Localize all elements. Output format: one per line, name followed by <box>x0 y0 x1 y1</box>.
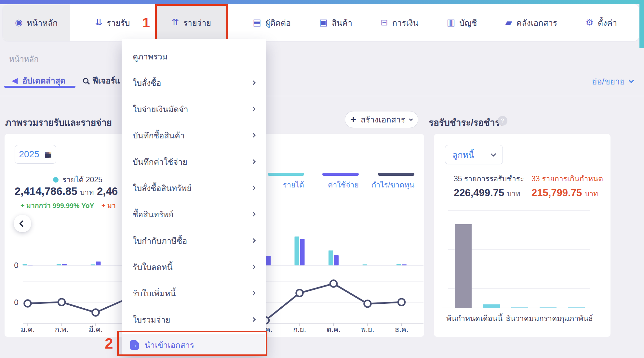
menu-item-label: ใบกำกับภาษีซื้อ <box>133 234 187 247</box>
expense-icon: ⇈ <box>172 18 179 27</box>
tab-features-label: ฟีเจอร์แ <box>92 74 120 87</box>
menu-item-label: ใบจ่ายเงินมัดจำ <box>133 103 188 116</box>
nav-item-5[interactable]: ⊟การเงิน <box>377 4 422 41</box>
menu-item[interactable]: บันทึกค่าใช้จ่าย <box>122 148 266 175</box>
nav-item-label: หน้าหลัก <box>27 16 58 29</box>
receivables-card: ลูกหนี้ 35 รายการรอรับชำระ 226,499.75 บา… <box>434 134 610 337</box>
tab-latest-updates[interactable]: ◀ อัปเดตล่าสุด <box>12 74 65 87</box>
carousel-prev-button[interactable] <box>14 215 31 232</box>
chevron-right-icon <box>251 238 256 243</box>
x-axis-label: ธันวาคม <box>506 314 534 323</box>
menu-item[interactable]: ใบรวมจ่าย <box>122 306 266 333</box>
nav-spacer <box>480 4 502 41</box>
menu-item-label: รับใบลดหนี้ <box>133 261 173 274</box>
line-marker <box>58 299 65 306</box>
nav-item-6[interactable]: ▥บัญชี <box>444 4 480 41</box>
expense-dropdown-menu: ดูภาพรวมใบสั่งซื้อใบจ่ายเงินมัดจำบันทึกซ… <box>122 39 266 356</box>
expense-bar <box>28 265 33 265</box>
x-axis-label: ก.พ. <box>55 325 69 334</box>
nav-item-label: ตั้งค่า <box>598 16 617 29</box>
expense-bar <box>300 239 305 265</box>
receivables-aging-chart: พ้นกำหนดเดือนนี้ธันวาคมมกราคมกุมภาพันธ์ <box>434 134 610 337</box>
tab-latest-updates-label: อัปเดตล่าสุด <box>22 74 65 87</box>
nav-spacer <box>422 4 443 41</box>
line-marker <box>24 300 31 307</box>
x-axis-label: มกราคม <box>534 314 562 323</box>
collapse-expand-label: ย่อ/ขยาย <box>592 75 625 88</box>
x-axis-label: ม.ค. <box>20 325 34 334</box>
nav-spacer <box>228 4 249 41</box>
line-marker <box>92 309 99 316</box>
menu-item-label: บันทึกค่าใช้จ่าย <box>133 155 187 168</box>
contacts-icon: ▤ <box>253 18 261 27</box>
document-storage-icon: ▰ <box>505 18 512 27</box>
expense-bar <box>402 264 407 265</box>
menu-item[interactable]: ดูภาพรวม <box>122 43 266 70</box>
app-window: ◉หน้าหลัก⇊รายรับ⇈รายจ่าย1▤ผู้ติดต่อ▣สินค… <box>0 0 644 358</box>
aging-bar <box>540 307 557 308</box>
nav-item-label: รายจ่าย <box>183 16 211 29</box>
nav-spacer <box>294 4 316 41</box>
x-axis-label: พ.ย. <box>361 325 374 334</box>
nav-item-4[interactable]: ▣สินค้า <box>316 4 356 41</box>
income-bar <box>91 264 95 265</box>
chevron-right-icon <box>251 133 256 138</box>
x-axis-label: เดือนนี้ <box>480 313 503 323</box>
menu-item[interactable]: ใบสั่งซื้อสินทรัพย์ <box>122 175 266 201</box>
receivables-section-title: รอรับชำระ/รอชำระ <box>429 115 505 130</box>
nav-item-3[interactable]: ▤ผู้ติดต่อ <box>249 4 294 41</box>
nav-item-2[interactable]: ⇈รายจ่าย1 <box>155 4 228 41</box>
x-axis-label: กุมภาพันธ์ <box>560 314 593 323</box>
menu-item-label: รับใบเพิ่มหนี้ <box>133 287 176 300</box>
nav-item-7[interactable]: ▰คลังเอกสาร <box>502 4 560 41</box>
plus-icon: + <box>351 114 356 125</box>
create-document-button[interactable]: + สร้างเอกสาร <box>345 111 418 128</box>
products-icon: ▣ <box>319 18 328 27</box>
x-axis-label: พ้นกำหนด <box>446 314 480 323</box>
help-icon[interactable]: ? <box>498 116 507 126</box>
collapse-expand-toggle[interactable]: ย่อ/ขยาย <box>592 75 633 88</box>
nav-item-label: รายรับ <box>107 16 130 29</box>
chevron-right-icon <box>251 317 256 322</box>
nav-item-8[interactable]: ⚙ตั้งค่า <box>583 4 620 41</box>
menu-item[interactable]: ใบกำกับภาษีซื้อ <box>122 227 266 254</box>
menu-item[interactable]: รับใบลดหนี้ <box>122 254 266 280</box>
finance-icon: ⊟ <box>381 18 388 27</box>
y-zero-label: 0 <box>14 261 18 270</box>
nav-item-1[interactable]: ⇊รายรับ <box>92 4 133 41</box>
menu-item-label: บันทึกซื้อสินค้า <box>133 129 185 142</box>
chevron-right-icon <box>251 80 256 85</box>
expense-bar <box>62 264 67 265</box>
home-dashboard-icon: ◉ <box>15 18 23 27</box>
nav-spacer <box>560 4 582 41</box>
nav-item-0[interactable]: ◉หน้าหลัก <box>3 4 70 41</box>
x-axis-label: ต.ค. <box>327 325 341 334</box>
nav-item-label: สินค้า <box>332 16 352 29</box>
menu-item[interactable]: รับใบเพิ่มหนี้ <box>122 280 266 306</box>
line-marker <box>330 280 337 287</box>
line-marker <box>398 299 405 306</box>
menu-item[interactable]: ใบจ่ายเงินมัดจำ <box>122 96 266 122</box>
top-navigation-bar: ◉หน้าหลัก⇊รายรับ⇈รายจ่าย1▤ผู้ติดต่อ▣สินค… <box>3 4 639 41</box>
x-axis-label: ธ.ค. <box>395 325 408 334</box>
expense-bar <box>334 255 339 265</box>
annotation-box-step2 <box>117 331 267 356</box>
menu-item[interactable]: ใบสั่งซื้อ <box>122 70 266 96</box>
nav-item-label: คลังเอกสาร <box>517 16 557 29</box>
tab-features[interactable]: ฟีเจอร์แ <box>83 74 120 87</box>
nav-item-label: การเงิน <box>392 16 418 29</box>
chevron-left-icon <box>19 220 26 227</box>
menu-item-label: ดูภาพรวม <box>133 50 168 63</box>
overview-section-title: ภาพรวมรายรับและรายจ่าย <box>5 115 112 130</box>
income-bar <box>295 237 299 265</box>
aging-bar <box>511 307 528 308</box>
aging-bar <box>455 224 472 308</box>
nav-spacer <box>356 4 377 41</box>
income-bar <box>363 264 367 265</box>
menu-item[interactable]: ซื้อสินทรัพย์ <box>122 201 266 227</box>
chevron-down-icon <box>409 117 413 121</box>
x-axis-label: ก.ย. <box>293 325 306 334</box>
search-icon <box>83 78 88 83</box>
chevron-down-icon <box>628 78 634 83</box>
menu-item[interactable]: บันทึกซื้อสินค้า <box>122 122 266 148</box>
